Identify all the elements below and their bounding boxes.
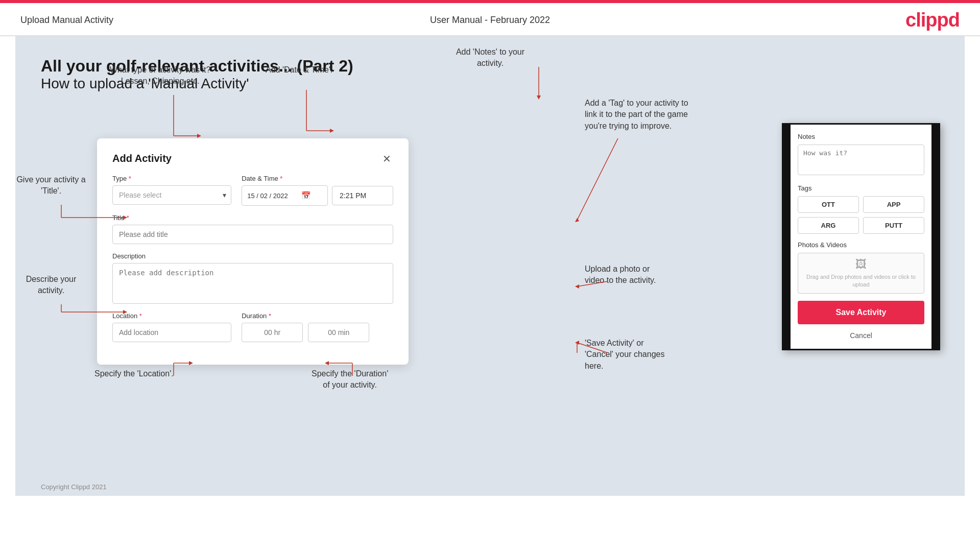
form-row-type-datetime: Type * Please select ▾ Date & Time * [112, 175, 393, 206]
phone-left-bar [783, 125, 791, 349]
form-group-description: Description [112, 252, 393, 304]
form-group-datetime: Date & Time * 📅 [242, 175, 393, 206]
location-input[interactable] [112, 323, 231, 342]
form-row-title: Title * [112, 214, 393, 244]
notes-textarea[interactable] [798, 145, 924, 175]
annotation-location: Specify the 'Location'. [94, 368, 174, 379]
svg-line-20 [577, 138, 618, 220]
dialog-header: Add Activity ✕ [112, 153, 393, 164]
type-label: Type * [112, 175, 231, 182]
title-input[interactable] [112, 225, 393, 244]
upload-text: Drag and Drop photos and videos or click… [798, 273, 924, 289]
phone-content: Notes Tags OTT APP ARG PUTT Photos & Vid… [791, 125, 931, 349]
location-label: Location * [112, 312, 231, 320]
phone-right-bar [931, 125, 939, 349]
notes-section-label: Notes [798, 133, 924, 140]
svg-marker-21 [575, 218, 579, 222]
annotation-location-text: Specify the 'Location'. [94, 369, 174, 378]
title-label: Title * [112, 214, 393, 222]
svg-marker-25 [575, 341, 579, 345]
calendar-icon[interactable]: 📅 [301, 191, 311, 200]
form-group-type: Type * Please select ▾ [112, 175, 231, 206]
annotation-upload-text: Upload a photo orvideo to the activity. [585, 265, 656, 284]
annotation-duration: Specify the 'Duration'of your activity. [312, 368, 388, 391]
date-time-label: Date & Time * [242, 175, 393, 182]
annotation-date-time-text: Add 'Date & Time'. [266, 65, 333, 74]
annotation-give-title: Give your activity a'Title'. [15, 174, 87, 197]
form-row-location-duration: Location * Duration * [112, 312, 393, 342]
duration-label: Duration * [242, 312, 393, 320]
form-group-title: Title * [112, 214, 393, 244]
phone-mockup: Notes Tags OTT APP ARG PUTT Photos & Vid… [782, 123, 940, 350]
date-input-wrapper[interactable]: 📅 [242, 185, 328, 206]
cancel-button[interactable]: Cancel [798, 329, 924, 342]
page-heading: Upload Manual Activity [20, 15, 113, 26]
dialog-title: Add Activity [112, 153, 172, 164]
annotation-notes: Add 'Notes' to youractivity. [439, 46, 541, 69]
annotation-tag: Add a 'Tag' to your activity to link it … [585, 98, 697, 132]
time-field[interactable] [332, 186, 393, 205]
type-select-wrapper[interactable]: Please select ▾ [112, 185, 231, 205]
annotation-tag-text: Add a 'Tag' to your activity to link it … [585, 99, 688, 130]
svg-marker-19 [537, 95, 541, 100]
date-field[interactable] [247, 192, 298, 200]
annotation-notes-text: Add 'Notes' to youractivity. [456, 47, 524, 67]
description-label: Description [112, 252, 393, 260]
dialog-wrapper: Add Activity ✕ Type * Please select ▾ [97, 138, 409, 365]
date-time-group: 📅 [242, 185, 393, 206]
form-group-duration: Duration * [242, 312, 393, 342]
annotation-describe-text: Describe youractivity. [26, 275, 77, 295]
top-bar: Upload Manual Activity User Manual - Feb… [0, 3, 980, 36]
tags-grid: OTT APP ARG PUTT [798, 196, 924, 234]
svg-marker-2 [197, 134, 201, 138]
annotation-what-type: What type of activity was it?Lesson, Chi… [110, 64, 210, 87]
logo: clippd [905, 9, 960, 31]
form-group-location: Location * [112, 312, 231, 342]
tag-putt[interactable]: PUTT [863, 217, 924, 234]
copyright: Copyright Clippd 2021 [41, 483, 107, 491]
svg-marker-23 [575, 284, 579, 289]
annotation-describe: Describe youractivity. [15, 274, 87, 297]
upload-icon: 🖼 [855, 258, 867, 271]
duration-hr-input[interactable] [242, 323, 303, 342]
annotation-what-type-text: What type of activity was it?Lesson, Chi… [110, 65, 210, 85]
form-row-description: Description [112, 252, 393, 304]
annotation-save: 'Save Activity' or'Cancel' your changesh… [585, 338, 697, 372]
document-title: User Manual - February 2022 [430, 15, 550, 26]
annotation-upload: Upload a photo orvideo to the activity. [585, 263, 697, 286]
tag-app[interactable]: APP [863, 196, 924, 213]
annotation-save-text: 'Save Activity' or'Cancel' your changesh… [585, 339, 664, 370]
tag-arg[interactable]: ARG [798, 217, 859, 234]
add-activity-dialog: Add Activity ✕ Type * Please select ▾ [97, 138, 409, 365]
description-textarea[interactable] [112, 263, 393, 304]
main-content: All your golf-relevant activities... (Pa… [15, 36, 965, 496]
tags-section-label: Tags [798, 184, 924, 192]
tag-ott[interactable]: OTT [798, 196, 859, 213]
save-activity-button[interactable]: Save Activity [798, 301, 924, 324]
annotation-duration-text: Specify the 'Duration'of your activity. [312, 369, 388, 389]
close-button[interactable]: ✕ [380, 154, 393, 164]
duration-min-input[interactable] [308, 323, 369, 342]
type-select[interactable]: Please select [112, 185, 231, 205]
duration-inputs [242, 323, 393, 342]
upload-area[interactable]: 🖼 Drag and Drop photos and videos or cli… [798, 253, 924, 294]
svg-marker-5 [330, 129, 334, 133]
photos-section-label: Photos & Videos [798, 241, 924, 249]
annotation-give-title-text: Give your activity a'Title'. [16, 175, 85, 195]
annotation-date-time: Add 'Date & Time'. [266, 64, 333, 76]
